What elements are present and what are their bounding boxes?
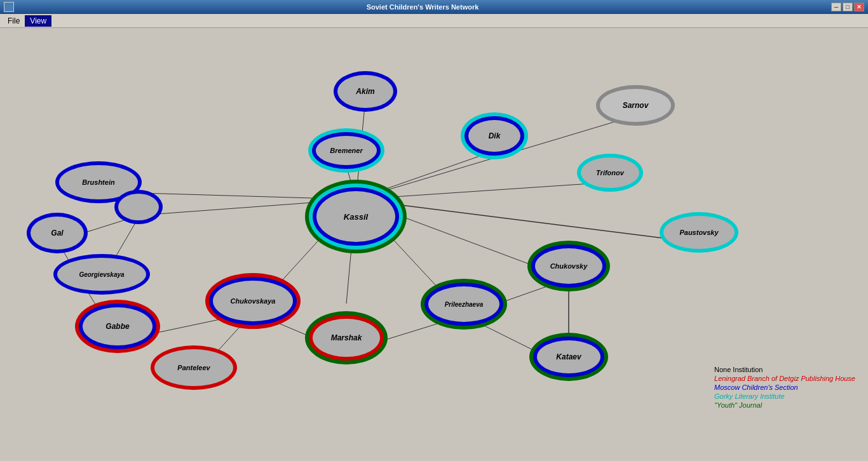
menu-view[interactable]: View	[25, 15, 51, 27]
minimize-button[interactable]: ─	[831, 3, 841, 11]
gabbe-label: Gabbe	[105, 322, 130, 331]
bremener-border-inner	[312, 132, 381, 169]
svg-line-15	[253, 312, 346, 352]
panteleev-label: Panteleev	[177, 364, 210, 371]
gal-label: Gal	[51, 229, 64, 237]
marshak-fill[interactable]	[313, 319, 380, 357]
kassil-border-inner	[313, 187, 399, 246]
canvas-area: Kassil Akim Bremener Dik Sarnov Trifonov…	[0, 28, 868, 461]
bremener-border-outer	[308, 128, 384, 173]
svg-line-5	[356, 199, 699, 243]
legend-none: None Institution	[714, 366, 855, 373]
sarnov-border	[596, 85, 675, 126]
svg-line-3	[356, 116, 635, 199]
kataev-border-inner	[533, 337, 604, 377]
bremener-fill[interactable]	[316, 136, 377, 165]
gabbe-border-inner	[79, 304, 156, 349]
brushtein-fill[interactable]	[59, 165, 138, 199]
kassil-border-outer	[305, 180, 407, 253]
svg-line-20	[98, 192, 140, 215]
prileezhaeva-fill[interactable]	[428, 286, 499, 322]
bremener-label: Bremener	[330, 147, 363, 154]
kataev-label: Kataev	[556, 352, 582, 361]
chukovskaya-border-outer	[205, 273, 301, 329]
dik-border-outer	[461, 112, 528, 159]
akim-fill[interactable]	[337, 75, 393, 108]
chukovsky-border-inner	[531, 244, 606, 288]
chukovskaya-border-inner	[209, 277, 297, 325]
legend-youth: "Youth" Journal	[714, 401, 855, 409]
window-controls: ─ □ ✕	[831, 3, 864, 11]
maximize-button[interactable]: □	[843, 3, 853, 11]
chukovsky-fill[interactable]	[535, 248, 602, 284]
akim-label: Akim	[355, 87, 375, 96]
dik-border-inner	[465, 116, 524, 156]
gal-border	[27, 213, 88, 253]
menu-file[interactable]: File	[3, 15, 25, 27]
dik-fill[interactable]	[468, 120, 520, 152]
svg-line-13	[464, 316, 569, 368]
chukovsky-label: Chukovsky	[550, 262, 588, 270]
app-icon	[4, 2, 14, 12]
sarnov-label: Sarnov	[623, 101, 649, 110]
gabbe-fill[interactable]	[83, 307, 153, 345]
close-button[interactable]: ✕	[854, 3, 864, 11]
svg-line-16	[118, 312, 253, 341]
chukovsky-border-outer	[527, 241, 610, 291]
kassil-fill[interactable]	[316, 191, 395, 242]
svg-line-12	[464, 279, 569, 316]
svg-line-0	[356, 100, 365, 199]
window-title: Soviet Children's Writers Network	[367, 3, 479, 11]
dik-label: Dik	[489, 131, 501, 140]
svg-line-22	[102, 215, 140, 281]
svg-line-11	[98, 192, 356, 199]
chukovskaya-label: Chukovskaya	[231, 297, 276, 305]
svg-line-10	[140, 199, 356, 215]
trifonov-fill[interactable]	[581, 157, 639, 188]
kassil-border-mid	[309, 184, 403, 250]
paustovsky-border	[660, 212, 738, 253]
brushtein-label: Brushtein	[82, 178, 115, 186]
georgievskaya-fill[interactable]	[57, 258, 146, 291]
chukovskaya-fill[interactable]	[213, 281, 293, 321]
kataev-fill[interactable]	[537, 340, 600, 373]
svg-line-8	[346, 199, 356, 304]
svg-line-4	[356, 182, 610, 199]
trifonov-label: Trifonov	[596, 169, 625, 177]
svg-line-21	[57, 215, 140, 241]
prileezhaeva-border-outer	[421, 279, 507, 330]
trifonov-border	[577, 154, 643, 192]
georgievskaya-label: Georgievskaya	[79, 271, 125, 278]
unknown-fill[interactable]	[118, 194, 159, 220]
svg-line-2	[356, 150, 496, 199]
legend-gorky: Gorky Literary Institute	[714, 392, 855, 400]
kataev-border-outer	[529, 333, 608, 381]
svg-line-6	[356, 199, 569, 279]
menu-bar: File View	[0, 14, 868, 28]
legend: None Institution Leningrad Branch of Det…	[714, 366, 855, 410]
prileezhaeva-border-inner	[424, 283, 503, 326]
legend-moscow: Moscow Children's Section	[714, 384, 855, 391]
gabbe-border-outer	[75, 300, 160, 353]
panteleev-border	[151, 345, 237, 390]
svg-line-1	[346, 166, 356, 199]
panteleev-fill[interactable]	[154, 349, 233, 386]
svg-line-7	[356, 199, 464, 316]
marshak-border-inner	[309, 315, 384, 361]
unknown-border	[114, 190, 163, 224]
marshak-border-outer	[305, 311, 388, 364]
svg-line-9	[253, 199, 356, 312]
akim-border	[334, 71, 397, 112]
prileezhaeva-label: Prileezhaeva	[445, 301, 484, 308]
paustovsky-label: Paustovsky	[679, 229, 719, 236]
svg-line-17	[346, 316, 464, 352]
kassil-label: Kassil	[344, 212, 369, 222]
brushtein-border	[55, 161, 142, 203]
marshak-label: Marshak	[331, 333, 363, 342]
sarnov-fill[interactable]	[600, 89, 671, 122]
title-bar: Soviet Children's Writers Network ─ □ ✕	[0, 0, 868, 14]
paustovsky-fill[interactable]	[663, 216, 735, 249]
georgievskaya-border	[53, 254, 150, 295]
legend-leningrad: Leningrad Branch of Detgiz Publishing Ho…	[714, 375, 855, 382]
gal-fill[interactable]	[31, 217, 84, 250]
